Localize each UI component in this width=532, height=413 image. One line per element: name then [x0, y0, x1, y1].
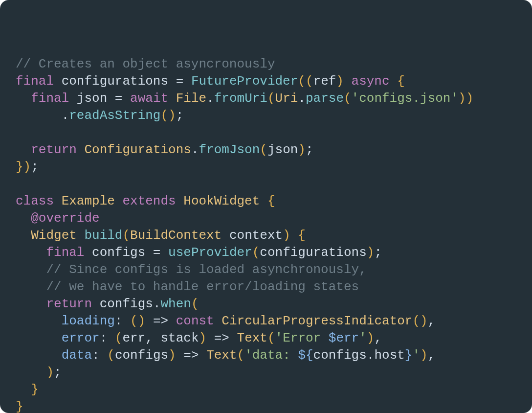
code-line [16, 176, 518, 193]
code-token: 'data: [244, 348, 298, 363]
code-token: ) [367, 245, 375, 260]
code-token [214, 314, 222, 328]
code-token: File [176, 91, 206, 106]
code-line: // Creates an object asyncronously [16, 56, 518, 73]
code-line: data: (configs) => Text('data: ${configs… [16, 347, 518, 364]
code-token: parse [306, 91, 344, 106]
code-token: ; [374, 245, 382, 260]
code-token: )) [458, 91, 473, 106]
code-line: final configurations = FutureProvider((r… [16, 73, 518, 90]
code-token: : [100, 331, 115, 345]
code-token: async [352, 74, 390, 89]
code-token: () [160, 108, 176, 123]
code-token: configurations [260, 245, 366, 260]
code-token: // Creates an object asyncronously [16, 57, 275, 71]
code-token: class [16, 194, 54, 208]
code-token: 'configs.json' [352, 91, 458, 106]
code-token: CircularProgressIndicator [222, 314, 412, 328]
code-token: 'Error [275, 331, 329, 345]
code-token: . [191, 142, 199, 157]
code-token: ; [31, 160, 39, 174]
code-token: readAsString [69, 108, 160, 123]
code-token [390, 74, 398, 89]
code-token: build [84, 228, 122, 243]
code-token: configs [115, 348, 168, 363]
code-line: loading: () => const CircularProgressInd… [16, 313, 518, 330]
code-token: ) [168, 348, 176, 363]
code-token: await [130, 91, 168, 106]
code-token: host [374, 348, 404, 363]
code-token: ; [306, 142, 313, 157]
code-line: // we have to handle error/loading state… [16, 278, 518, 296]
code-token: ( [267, 331, 275, 345]
code-token: = [107, 91, 130, 106]
code-token: Text [206, 348, 237, 363]
code-token: $err [329, 331, 359, 345]
code-token: { [397, 74, 405, 89]
code-block[interactable]: // Creates an object asyncronouslyfinal … [16, 56, 518, 413]
code-token: extends [122, 194, 176, 208]
code-token [176, 194, 184, 208]
code-panel: // Creates an object asyncronouslyfinal … [0, 0, 532, 413]
code-token: ) [283, 228, 290, 243]
code-token: json [267, 142, 298, 157]
code-token: ( [344, 91, 352, 106]
code-token: ; [54, 365, 62, 380]
code-token: { [298, 228, 306, 243]
code-token: ${ [298, 348, 313, 363]
code-token: ) [367, 331, 375, 345]
code-token: ' [412, 348, 420, 363]
code-line: // Since configs is loaded asynchronousl… [16, 261, 518, 278]
code-token: final [31, 91, 69, 106]
code-token [344, 74, 352, 89]
code-token: () [130, 314, 145, 328]
code-token [115, 194, 123, 208]
code-token: loading [62, 314, 115, 328]
code-token: } [16, 399, 23, 413]
code-token: BuildContext [130, 228, 222, 243]
code-token: Uri [275, 91, 298, 106]
code-token: Text [237, 331, 267, 345]
code-token: // Since configs is loaded asynchronousl… [46, 262, 366, 277]
code-line: } [16, 381, 518, 398]
code-token: final [16, 74, 54, 89]
code-token: ( [122, 228, 130, 243]
code-token: , [145, 331, 160, 345]
code-token: ( [115, 331, 123, 345]
code-token [77, 142, 85, 157]
code-token: => [145, 314, 176, 328]
code-line: return Configurations.fromJson(json); [16, 141, 518, 159]
code-token: } [31, 382, 39, 397]
code-token [260, 194, 267, 208]
code-token [77, 228, 85, 243]
code-token [92, 297, 100, 311]
code-token: Example [62, 194, 115, 208]
code-line: ); [16, 364, 518, 381]
code-token [54, 194, 62, 208]
code-token: , [428, 348, 436, 363]
code-token [222, 228, 229, 243]
code-token: => [206, 331, 237, 345]
code-line: .readAsString(); [16, 107, 518, 124]
code-token: ' [359, 331, 367, 345]
code-token: (( [298, 74, 313, 89]
code-line: } [16, 398, 518, 413]
code-token: , [374, 331, 382, 345]
code-line: error: (err, stack) => Text('Error $err'… [16, 330, 518, 347]
code-token: () [412, 314, 427, 328]
code-token: err [122, 331, 145, 345]
code-token [84, 245, 92, 260]
code-token: useProvider [168, 245, 252, 260]
code-token: final [46, 245, 84, 260]
code-token [54, 74, 62, 89]
code-token: return [46, 297, 92, 311]
code-token: configs [313, 348, 367, 363]
code-token: . [298, 91, 306, 106]
code-line: @override [16, 210, 518, 227]
code-token: ) [298, 142, 306, 157]
code-token: ) [420, 348, 428, 363]
code-token: json [77, 91, 107, 106]
code-token [168, 91, 176, 106]
code-token: @override [31, 211, 99, 226]
code-token: } [405, 348, 413, 363]
